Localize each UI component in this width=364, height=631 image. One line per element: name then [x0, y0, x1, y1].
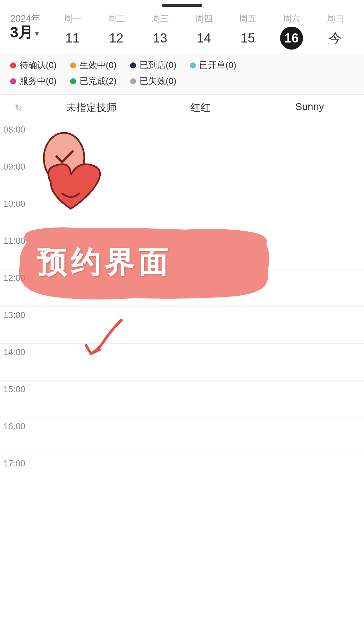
calendar-header: 2024年 3月 ▾ 周一 11 周二 12 周三 13 周四 14 周五 15…	[0, 9, 364, 53]
month-row[interactable]: 3月 ▾	[10, 24, 47, 40]
cell-1000-sunny[interactable]	[255, 195, 364, 232]
time-col-header[interactable]: ↻	[0, 95, 37, 121]
legend-row-2: 服务中(0) 已完成(2) 已失效(0)	[10, 75, 354, 87]
cell-1700-unassigned[interactable]	[37, 455, 146, 492]
time-row-1200: 12:00	[0, 269, 364, 307]
legend-pending: 待确认(0)	[10, 59, 57, 71]
grid-header: ↻ 未指定技师 红红 Sunny	[0, 95, 364, 121]
legend-row-1: 待确认(0) 生效中(0) 已到店(0) 已开单(0)	[10, 59, 354, 71]
legend-expired: 已失效(0)	[130, 75, 177, 87]
weekday-num-wed: 13	[149, 27, 172, 50]
weekday-name-fri: 周五	[239, 13, 256, 25]
cell-1500-unassigned[interactable]	[37, 381, 146, 418]
time-label-1100: 11:00	[0, 232, 37, 269]
drag-handle-bar	[162, 4, 202, 7]
cell-1400-sunny[interactable]	[255, 344, 364, 380]
time-label-1600: 16:00	[0, 418, 37, 455]
legend-dot-billed	[190, 62, 196, 68]
cell-1300-unassigned[interactable]	[37, 307, 146, 343]
weekday-col-tue[interactable]: 周二 12	[101, 13, 131, 50]
cell-1700-honghong[interactable]	[146, 455, 255, 492]
legend-label-expired: 已失效(0)	[140, 75, 177, 87]
time-rows: 08:00 09:00 10:00 11:00 12:00	[0, 121, 364, 492]
cell-0900-honghong[interactable]	[146, 158, 255, 195]
drag-handle	[0, 0, 364, 9]
time-row-1400: 14:00	[0, 344, 364, 381]
cell-0900-unassigned[interactable]	[37, 158, 146, 195]
year-month: 2024年 3月 ▾	[10, 13, 47, 40]
cell-1000-unassigned[interactable]	[37, 195, 146, 232]
cell-1300-honghong[interactable]	[146, 307, 255, 343]
legend-dot-pending	[10, 62, 16, 68]
cell-0800-honghong[interactable]	[146, 121, 255, 158]
cell-1100-sunny[interactable]	[255, 232, 364, 269]
legend-label-pending: 待确认(0)	[20, 59, 57, 71]
cell-1600-unassigned[interactable]	[37, 418, 146, 455]
legend-dot-expired	[130, 78, 136, 84]
time-label-0800: 08:00	[0, 121, 37, 158]
legend-label-completed: 已完成(2)	[80, 75, 117, 87]
cell-1000-honghong[interactable]	[146, 195, 255, 232]
cell-0800-sunny[interactable]	[255, 121, 364, 158]
legend-label-billed: 已开单(0)	[199, 59, 236, 71]
legend-serving: 服务中(0)	[10, 75, 57, 87]
cell-1600-honghong[interactable]	[146, 418, 255, 455]
cell-1200-unassigned[interactable]	[37, 269, 146, 306]
legend-dot-active	[70, 62, 76, 68]
weekday-num-sat: 16	[280, 27, 303, 50]
time-row-1500: 15:00	[0, 381, 364, 418]
time-label-1200: 12:00	[0, 269, 37, 306]
time-row-1300: 13:00	[0, 307, 364, 344]
cell-1400-unassigned[interactable]	[37, 344, 146, 380]
cell-1400-honghong[interactable]	[146, 344, 255, 380]
weekday-name-tue: 周二	[108, 13, 125, 25]
time-label-1000: 10:00	[0, 195, 37, 232]
cell-1100-honghong[interactable]	[146, 232, 255, 269]
weekday-name-wed: 周三	[151, 13, 169, 25]
refresh-icon[interactable]: ↻	[14, 102, 22, 113]
legend-dot-arrived	[130, 62, 136, 68]
legend-billed: 已开单(0)	[190, 59, 236, 71]
weekday-col-mon[interactable]: 周一 11	[57, 13, 88, 50]
weekday-name-thu: 周四	[195, 13, 213, 25]
weekday-col-sat[interactable]: 周六 16	[276, 13, 307, 50]
time-row-1700: 17:00	[0, 455, 364, 492]
weekday-name-sun: 周日	[327, 13, 344, 25]
calendar-grid: ↻ 未指定技师 红红 Sunny 08:00 09:00 10:00 11:00	[0, 95, 364, 492]
time-row-1600: 16:00	[0, 418, 364, 455]
weekdays-row: 周一 11 周二 12 周三 13 周四 14 周五 15 周六 16 周日 今	[51, 13, 357, 50]
legend-dot-serving	[10, 78, 16, 84]
cell-0800-unassigned[interactable]	[37, 121, 146, 158]
month-label: 3月	[10, 24, 33, 40]
legend: 待确认(0) 生效中(0) 已到店(0) 已开单(0) 服务中(0) 已完成(2…	[0, 53, 364, 95]
legend-dot-completed	[70, 78, 76, 84]
time-row-0900: 09:00	[0, 158, 364, 195]
weekday-num-sun: 今	[324, 27, 347, 50]
legend-label-active: 生效中(0)	[80, 59, 117, 71]
cell-1500-honghong[interactable]	[146, 381, 255, 418]
weekday-col-wed[interactable]: 周三 13	[145, 13, 175, 50]
month-dropdown-arrow[interactable]: ▾	[35, 29, 39, 38]
legend-label-serving: 服务中(0)	[20, 75, 57, 87]
legend-active: 生效中(0)	[70, 59, 117, 71]
cell-1200-honghong[interactable]	[146, 269, 255, 306]
cell-1600-sunny[interactable]	[255, 418, 364, 455]
time-label-1500: 15:00	[0, 381, 37, 418]
weekday-num-fri: 15	[236, 27, 259, 50]
weekday-num-mon: 11	[61, 27, 84, 50]
weekday-col-sun[interactable]: 周日 今	[320, 13, 351, 50]
cell-0900-sunny[interactable]	[255, 158, 364, 195]
cell-1500-sunny[interactable]	[255, 381, 364, 418]
cell-1200-sunny[interactable]	[255, 269, 364, 306]
legend-arrived: 已到店(0)	[130, 59, 177, 71]
legend-label-arrived: 已到店(0)	[140, 59, 177, 71]
cell-1300-sunny[interactable]	[255, 307, 364, 343]
staff-header-unassigned: 未指定技师	[37, 95, 146, 121]
time-row-1000: 10:00	[0, 195, 364, 232]
cell-1700-sunny[interactable]	[255, 455, 364, 492]
time-label-1400: 14:00	[0, 344, 37, 380]
weekday-col-thu[interactable]: 周四 14	[189, 13, 219, 50]
cell-1100-unassigned[interactable]	[37, 232, 146, 269]
year-label: 2024年	[10, 13, 47, 24]
weekday-col-fri[interactable]: 周五 15	[233, 13, 263, 50]
